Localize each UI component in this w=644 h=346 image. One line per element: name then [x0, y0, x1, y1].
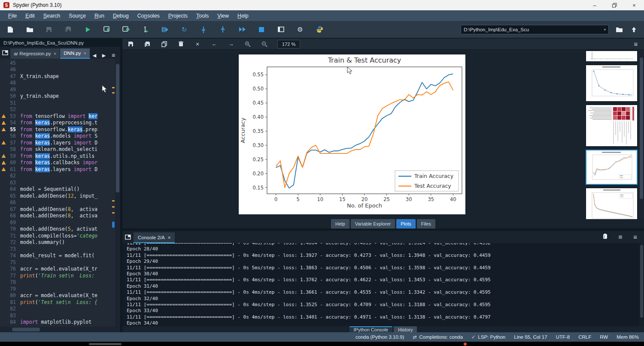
code-line-46[interactable]: 46	[0, 66, 112, 73]
code-line-63[interactable]: 63	[0, 179, 112, 186]
next-plot-icon[interactable]: →	[227, 40, 235, 48]
code-line-66[interactable]: 66	[0, 199, 112, 206]
editor-vertical-scrollbar[interactable]	[115, 59, 120, 327]
zoom-out-icon[interactable]	[261, 40, 268, 48]
run-cell-icon[interactable]	[103, 25, 111, 34]
code-line-58[interactable]: 58from sklearn.model_selecti	[0, 146, 112, 153]
plot-thumbnail-2[interactable]	[586, 65, 638, 102]
pane-tab-variable-explorer[interactable]: Variable Explorer	[351, 219, 395, 229]
menu-item-consoles[interactable]: Consoles	[134, 12, 164, 20]
code-line-59[interactable]: 59from keras.utils.np_utils	[0, 153, 112, 159]
pane-tab-plots[interactable]: Plots	[396, 219, 415, 229]
code-line-62[interactable]: 62	[0, 173, 112, 180]
restore-button[interactable]	[605, 0, 624, 10]
next-tab-icon[interactable]: ▶	[100, 53, 108, 58]
code-line-73[interactable]: 73	[0, 246, 112, 253]
code-line-56[interactable]: 56from keras.models import S	[0, 133, 112, 140]
working-directory-combo[interactable]: D:\Python_Imp\Edu_Exa_Scu ▾	[461, 25, 609, 34]
prev-tab-icon[interactable]: ◀	[90, 53, 99, 58]
code-line-69[interactable]: 69	[0, 219, 112, 226]
code-line-67[interactable]: 67model.add(Dense(8, activa	[0, 206, 112, 213]
editor-options-icon[interactable]: ≡	[109, 52, 118, 59]
save-all-icon[interactable]	[64, 25, 73, 34]
code-line-54[interactable]: 54from keras.preprocessing.t	[0, 120, 112, 126]
editor-tab-ar-regression-py[interactable]: ar Regression.py×	[10, 48, 60, 59]
code-line-77[interactable]: 77print('Train set\n Loss:	[0, 272, 112, 279]
minimize-button[interactable]: –	[585, 0, 605, 10]
code-line-71[interactable]: 71model.compile(loss='catego	[0, 232, 112, 239]
code-line-76[interactable]: 76accr = model.evaluate(X_tr	[0, 266, 112, 273]
code-line-81[interactable]: 81print('Test set\n Loss: {	[0, 299, 112, 306]
menu-item-search[interactable]: Search	[39, 12, 64, 20]
run-selection-icon[interactable]	[141, 25, 150, 34]
previous-plot-icon[interactable]: ←	[210, 40, 218, 48]
interpreter-status[interactable]: conda (Python 3.10.9)	[355, 334, 404, 340]
pane-tab-help[interactable]: Help	[331, 219, 349, 229]
menu-item-edit[interactable]: Edit	[21, 12, 39, 20]
pane-tab-files[interactable]: Files	[417, 219, 435, 229]
menu-item-projects[interactable]: Projects	[164, 12, 191, 20]
browse-directory-icon[interactable]	[615, 25, 623, 34]
run-file-icon[interactable]	[83, 25, 92, 34]
run-cell-advance-icon[interactable]	[122, 25, 131, 34]
clear-console-icon[interactable]	[603, 234, 608, 241]
code-line-49[interactable]: 49	[0, 86, 112, 93]
parent-directory-icon[interactable]	[629, 25, 638, 34]
save-icon[interactable]	[45, 25, 53, 34]
menu-item-file[interactable]: File	[4, 12, 21, 20]
interrupt-kernel-icon[interactable]	[619, 234, 622, 240]
save-plot-icon[interactable]	[127, 40, 134, 48]
continue-icon[interactable]	[238, 25, 246, 34]
completions-status[interactable]: Completions: conda	[419, 334, 463, 340]
new-file-icon[interactable]	[6, 25, 15, 34]
plot-thumbnail-3[interactable]	[586, 105, 638, 147]
menu-item-run[interactable]: Run	[91, 12, 108, 20]
code-line-51[interactable]: 51	[0, 99, 112, 106]
lsp-status[interactable]: LSP: Python	[478, 334, 505, 340]
step-return-icon[interactable]	[219, 25, 227, 34]
save-all-plots-icon[interactable]	[143, 40, 151, 48]
code-line-83[interactable]: 83	[0, 312, 112, 319]
zoom-in-icon[interactable]	[244, 40, 252, 48]
close-console-icon[interactable]: ×	[168, 235, 171, 240]
code-area[interactable]: 454647X_train.shape484950y_train.shape51…	[0, 59, 120, 327]
code-line-75[interactable]: 75	[0, 259, 112, 266]
plot-thumbnail-5[interactable]	[586, 188, 638, 219]
close-tab-icon[interactable]: ×	[84, 51, 86, 56]
plot-thumbnail-1[interactable]	[586, 51, 638, 62]
code-line-68[interactable]: 68model.add(Dense(8, activa	[0, 213, 112, 220]
close-button[interactable]: ×	[624, 0, 644, 10]
code-line-74[interactable]: 74model_result = model.fit(	[0, 253, 112, 259]
zoom-level[interactable]: 172 %	[277, 40, 300, 48]
close-all-plots-icon[interactable]: ×	[194, 40, 201, 48]
close-tab-icon[interactable]: ×	[54, 51, 56, 56]
plot-thumbnail-4[interactable]	[586, 150, 638, 185]
run-to-line-icon[interactable]	[161, 25, 169, 34]
code-line-61[interactable]: 61from keras.layers import D	[0, 166, 112, 173]
code-line-65[interactable]: 65model.add(Dense(12, input_	[0, 193, 112, 199]
console-output[interactable]: 11/11 [==============================] -…	[122, 243, 644, 326]
thumbnails-scrollbar[interactable]	[639, 50, 644, 219]
code-line-45[interactable]: 45	[0, 60, 112, 66]
pythonpath-icon[interactable]	[315, 25, 324, 34]
menu-item-help[interactable]: Help	[234, 12, 252, 20]
console-browse-tabs-icon[interactable]	[122, 231, 134, 243]
console-tab[interactable]: Console 2/A ×	[134, 232, 175, 243]
plots-options-icon[interactable]: ≡	[632, 40, 640, 48]
menu-item-view[interactable]: View	[213, 12, 233, 20]
code-line-82[interactable]: 82	[0, 306, 112, 313]
maximize-pane-icon[interactable]	[276, 25, 285, 34]
code-line-64[interactable]: 64model = Sequential()	[0, 186, 112, 193]
editor-horizontal-scrollbar[interactable]	[0, 327, 120, 332]
preferences-wrench-icon[interactable]: ⚙	[296, 25, 304, 34]
code-line-48[interactable]: 48	[0, 80, 112, 87]
code-line-57[interactable]: 57from keras.layers import D	[0, 139, 112, 146]
code-line-47[interactable]: 47X_train.shape	[0, 73, 112, 80]
editor-tab-dnn-py[interactable]: DNN.py×	[60, 48, 90, 59]
code-line-84[interactable]: 84import matplotlib.pyplot	[0, 319, 112, 326]
rerun-icon[interactable]: ↻	[180, 25, 188, 34]
code-line-53[interactable]: 53from tensorflow import ker	[0, 113, 112, 120]
browse-tabs-icon[interactable]	[0, 47, 10, 59]
console-scrollbar[interactable]	[639, 243, 644, 326]
code-line-50[interactable]: 50y_train.shape	[0, 93, 112, 100]
